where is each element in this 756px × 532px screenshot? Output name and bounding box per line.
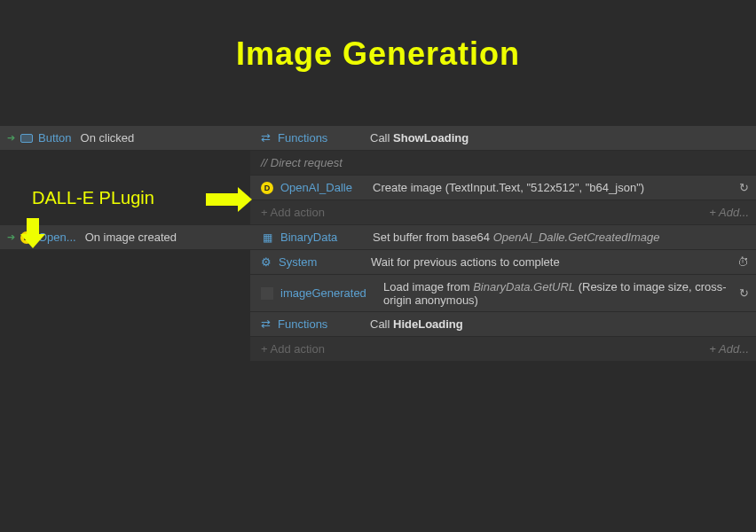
binary-icon: ▦ <box>261 231 273 244</box>
action-text: Call HideLoading <box>370 317 749 331</box>
action-object: BinaryData <box>280 231 366 244</box>
gear-icon: ⚙ <box>261 255 272 269</box>
event-sheet: ➔ Button On clicked ⇄ Functions Call Sho… <box>0 126 756 362</box>
action-row[interactable]: imageGenerated Load image from BinaryDat… <box>250 275 756 312</box>
action-object: imageGenerated <box>280 286 376 300</box>
action-text: Call ShowLoading <box>370 131 749 145</box>
event-block-2[interactable]: ➔ D Open... On image created ▦ BinaryDat… <box>0 225 756 362</box>
swap-icon: ⇄ <box>261 317 271 331</box>
condition-row[interactable]: ➔ Button On clicked <box>0 126 250 151</box>
action-row[interactable]: ▦ BinaryData Set buffer from base64 Open… <box>250 225 756 250</box>
arrow-icon: ➔ <box>7 231 15 243</box>
action-row[interactable]: ⚙ System Wait for previous actions to co… <box>250 250 756 275</box>
action-row[interactable]: D OpenAI_Dalle Create image (TextInput.T… <box>250 176 756 200</box>
plugin-icon: D <box>20 231 33 244</box>
add-action[interactable]: + Add action <box>261 206 325 219</box>
action-text: Load image from BinaryData.GetURL (Resiz… <box>383 280 732 307</box>
action-text: Create image (TextInput.Text, "512x512",… <box>373 181 732 194</box>
condition-object: Button <box>38 131 72 145</box>
action-object: Functions <box>278 317 363 331</box>
add-right[interactable]: + Add... <box>709 206 749 219</box>
condition-trigger: On clicked <box>81 131 135 145</box>
add-action[interactable]: + Add action <box>261 342 325 356</box>
add-action-row[interactable]: + Add action + Add... <box>250 200 756 225</box>
section-header[interactable]: // Direct request <box>250 151 756 176</box>
add-right[interactable]: + Add... <box>709 342 749 356</box>
add-action-row[interactable]: + Add action + Add... <box>250 337 756 362</box>
action-text: Set buffer from base64 OpenAI_Dalle.GetC… <box>373 231 749 244</box>
page-title: Image Generation <box>0 0 756 126</box>
action-object: OpenAI_Dalle <box>280 181 366 194</box>
action-row[interactable]: ⇄ Functions Call HideLoading <box>250 312 756 337</box>
refresh-icon[interactable]: ↻ <box>739 286 749 300</box>
arrow-icon: ➔ <box>7 132 15 144</box>
action-object: System <box>279 255 364 269</box>
image-icon <box>261 287 273 300</box>
refresh-icon[interactable]: ↻ <box>739 181 749 194</box>
event-block-1[interactable]: ➔ Button On clicked ⇄ Functions Call Sho… <box>0 126 756 225</box>
button-icon <box>20 134 33 143</box>
action-row[interactable]: ⇄ Functions Call ShowLoading <box>250 126 756 151</box>
action-object: Functions <box>278 131 363 145</box>
condition-row[interactable]: ➔ D Open... On image created <box>0 225 250 250</box>
condition-trigger: On image created <box>85 231 177 244</box>
wait-icon[interactable]: ⏱ <box>737 255 749 269</box>
swap-icon: ⇄ <box>261 131 271 145</box>
plugin-icon: D <box>261 182 273 194</box>
condition-object: Open... <box>38 231 76 244</box>
action-text: Wait for previous actions to complete <box>371 255 730 269</box>
